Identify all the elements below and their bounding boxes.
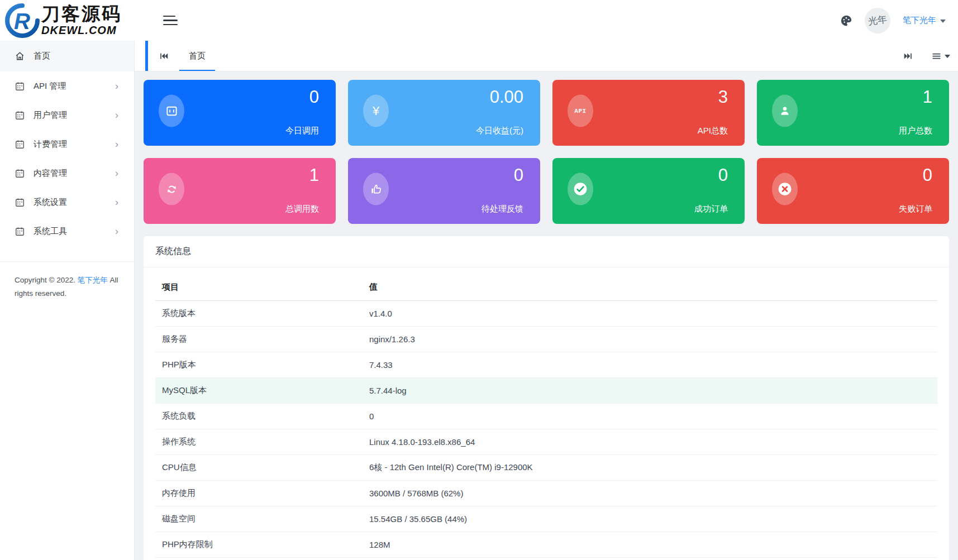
table-cell-item: PHP内存限制 — [155, 532, 363, 558]
table-row: 内存使用 3600MB / 5768MB (62%) — [155, 481, 937, 506]
table-cell-value: 7.4.33 — [363, 352, 937, 378]
tab-list-menu-icon[interactable] — [923, 41, 958, 71]
svg-text:R: R — [14, 9, 30, 33]
tab-home[interactable]: 首页 — [179, 41, 215, 71]
table-cell-value: 3600MB / 5768MB (62%) — [363, 481, 937, 506]
table-cell-value: 128M — [363, 532, 937, 558]
chevron-right-icon: › — [115, 110, 118, 120]
stat-cards-row-2: 1 总调用数 0 待处理反馈 0 成功订单 0 失败订单 — [144, 158, 949, 224]
sidebar-item-label: 系统设置 — [34, 197, 67, 208]
x-circle-icon — [772, 173, 798, 205]
panel-body: 项目 值 系统版本 v1.4.0 服务器 nginx/1.26.3 PHP版本 … — [144, 267, 949, 558]
check-circle-icon — [568, 173, 593, 205]
tab-scroll-left-icon[interactable] — [148, 41, 179, 71]
chevron-right-icon: › — [115, 168, 118, 178]
user-icon — [772, 95, 798, 127]
sidebar-item-label: 系统工具 — [34, 226, 67, 237]
stat-value: 1 — [309, 165, 319, 185]
sidebar-item-label: 内容管理 — [34, 168, 67, 179]
table-cell-item: 系统版本 — [155, 301, 363, 327]
sidebar-menu: 首页 API 管理 › 用户管理 › 计费管理 › 内容管理 › 系统设置 › … — [0, 41, 134, 246]
table-cell-value: v1.4.0 — [363, 301, 937, 327]
calendar-icon — [14, 80, 25, 92]
thumbs-up-icon — [363, 173, 389, 205]
avatar[interactable]: 光年 — [865, 8, 890, 33]
chevron-right-icon: › — [115, 197, 118, 207]
calendar-icon — [14, 197, 25, 208]
sync-icon — [159, 173, 184, 205]
stat-card-3: 1 用户总数 — [757, 80, 949, 146]
sidebar-item-3[interactable]: 计费管理 › — [0, 130, 134, 159]
table-cell-item: 磁盘空间 — [155, 506, 363, 532]
table-cell-item: 系统负载 — [155, 404, 363, 429]
table-cell-value: nginx/1.26.3 — [363, 327, 937, 352]
stat-label: 用户总数 — [899, 126, 932, 136]
table-header-item: 项目 — [155, 274, 363, 301]
table-cell-item: 内存使用 — [155, 481, 363, 506]
dashboard-content: 0 今日调用 ¥ 0.00 今日收益(元) API 3 API总数 1 用户总数… — [135, 71, 958, 560]
table-row: CPU信息 6核 - 12th Gen Intel(R) Core(TM) i9… — [155, 455, 937, 481]
calendar-icon — [14, 138, 25, 150]
home-icon — [14, 51, 25, 62]
table-row: PHP版本 7.4.33 — [155, 352, 937, 378]
stat-value: 0 — [923, 165, 932, 185]
hamburger-menu-icon[interactable] — [163, 16, 178, 26]
sidebar-item-4[interactable]: 内容管理 › — [0, 159, 134, 188]
stat-card-4: 1 总调用数 — [144, 158, 336, 224]
user-dropdown[interactable]: 笔下光年 — [903, 15, 946, 26]
table-row: PHP内存限制 128M — [155, 532, 937, 558]
table-cell-value: 5.7.44-log — [363, 378, 937, 404]
table-cell-item: 操作系统 — [155, 429, 363, 455]
main-area: 首页 — [135, 41, 958, 560]
table-cell-item: PHP版本 — [155, 352, 363, 378]
table-cell-value: 6核 - 12th Gen Intel(R) Core(TM) i9-12900… — [363, 455, 937, 481]
stat-card-6: 0 成功订单 — [552, 158, 745, 224]
stat-card-5: 0 待处理反馈 — [348, 158, 540, 224]
sidebar-item-label: API 管理 — [34, 81, 66, 92]
stat-label: 今日调用 — [285, 126, 319, 136]
stat-label: 待处理反馈 — [482, 204, 523, 214]
calendar-icon — [14, 167, 25, 179]
sidebar-item-1[interactable]: API 管理 › — [0, 71, 134, 100]
table-cell-item: MySQL版本 — [155, 378, 363, 404]
tab-scroll-right-icon[interactable] — [892, 41, 923, 71]
tab-home-label: 首页 — [189, 51, 206, 61]
calls-icon — [159, 95, 184, 127]
sidebar-item-5[interactable]: 系统设置 › — [0, 188, 134, 217]
chevron-right-icon: › — [115, 81, 118, 91]
brand-logo[interactable]: R 刀客源码 DKEWL.COM — [0, 0, 144, 41]
stat-card-0: 0 今日调用 — [144, 80, 336, 146]
stat-label: 总调用数 — [285, 204, 319, 214]
stat-card-1: ¥ 0.00 今日收益(元) — [348, 80, 540, 146]
table-cell-value: Linux 4.18.0-193.el8.x86_64 — [363, 429, 937, 455]
table-row: 磁盘空间 15.54GB / 35.65GB (44%) — [155, 506, 937, 532]
sidebar-item-2[interactable]: 用户管理 › — [0, 100, 134, 130]
table-cell-item: CPU信息 — [155, 455, 363, 481]
table-header-row: 项目 值 — [155, 274, 937, 301]
sidebar-item-label: 计费管理 — [34, 139, 67, 150]
user-name-label: 笔下光年 — [903, 15, 936, 26]
caret-down-icon — [945, 55, 950, 58]
stat-value: 0.00 — [490, 87, 523, 107]
sidebar-item-6[interactable]: 系统工具 › — [0, 217, 134, 246]
brand-text: 刀客源码 DKEWL.COM — [41, 5, 122, 36]
stat-card-2: API 3 API总数 — [552, 80, 745, 146]
stat-label: API总数 — [698, 126, 728, 136]
table-cell-value: 15.54GB / 35.65GB (44%) — [363, 506, 937, 532]
sidebar-item-home[interactable]: 首页 — [0, 41, 134, 71]
brand-emblem-icon: R — [4, 3, 40, 39]
calendar-icon — [14, 226, 25, 237]
copyright-prefix: Copyright © 2022. — [15, 276, 75, 284]
sidebar: 首页 API 管理 › 用户管理 › 计费管理 › 内容管理 › 系统设置 › … — [0, 41, 135, 560]
copyright-link[interactable]: 笔下光年 — [78, 276, 108, 284]
header-right: 光年 笔下光年 — [840, 8, 958, 33]
stat-value: 1 — [923, 87, 932, 107]
chevron-right-icon: › — [115, 139, 118, 149]
palette-icon[interactable] — [840, 15, 852, 27]
stat-label: 失败订单 — [899, 204, 932, 214]
avatar-text: 光年 — [868, 13, 888, 28]
panel-title: 系统信息 — [144, 236, 949, 267]
sidebar-item-label: 首页 — [34, 51, 50, 61]
system-info-panel: 系统信息 项目 值 系统版本 v1.4.0 服务器 nginx/1.2 — [144, 236, 949, 560]
stat-value: 0 — [718, 165, 728, 185]
